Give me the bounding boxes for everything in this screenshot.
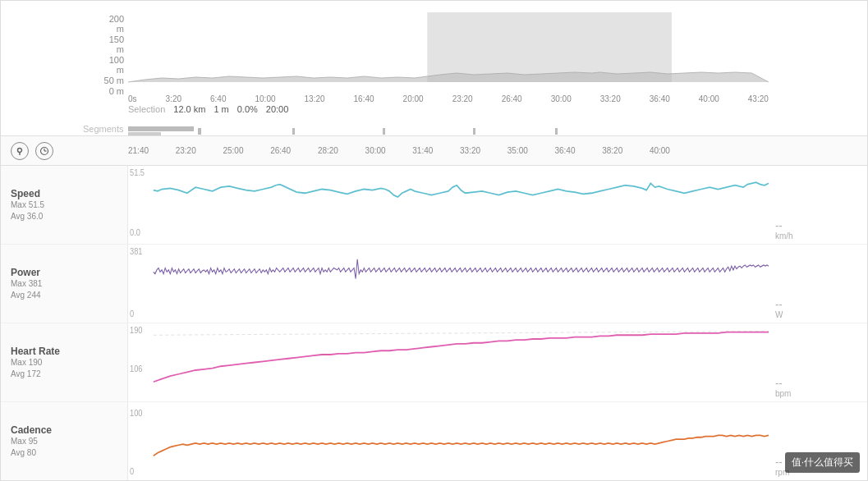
svg-text:106: 106 [130, 364, 143, 374]
speed-unit-col: -- km/h [769, 166, 867, 244]
speed-unit: km/h [775, 231, 793, 240]
cadence-label: Cadence [11, 424, 127, 436]
heart-rate-row: Heart Rate Max 190Avg 172 190 106 -- [1, 323, 867, 402]
cadence-stat-col: Cadence Max 95Avg 80 [1, 402, 128, 480]
selection-km: 12.0 km [173, 104, 205, 114]
svg-point-2 [18, 148, 22, 152]
power-stat-col: Power Max 381Avg 244 [1, 245, 128, 323]
power-row: Power Max 381Avg 244 381 0 -- W [1, 245, 867, 323]
power-chart: 381 0 [128, 245, 769, 323]
timeline-icons [1, 142, 128, 160]
power-sub: Max 381Avg 244 [11, 278, 127, 301]
svg-rect-0 [427, 12, 672, 82]
elevation-section: 200 m 150 m 100 m 50 m 0 m 0s [1, 1, 867, 136]
selection-time: 20:00 [266, 104, 289, 114]
svg-text:100: 100 [130, 408, 143, 418]
heart-rate-label: Heart Rate [11, 346, 127, 357]
chart-rows: Speed Max 51.5Avg 36.0 51.5 0.0 -- km/h [1, 166, 867, 480]
cadence-dash: -- [775, 456, 783, 468]
hr-unit: bpm [775, 389, 791, 398]
segment-bars [128, 125, 769, 133]
speed-chart: 51.5 0.0 [128, 166, 769, 244]
selection-bar: Selection 12.0 km 1 m 0.0% 20:00 [128, 104, 288, 114]
svg-text:190: 190 [130, 325, 143, 335]
svg-text:0: 0 [130, 309, 135, 318]
power-unit: W [775, 310, 783, 319]
power-label: Power [11, 267, 127, 278]
y-label-50m: 50 m [99, 76, 124, 85]
svg-text:381: 381 [130, 246, 143, 256]
segments-row: Segments [83, 121, 769, 137]
svg-text:0.0: 0.0 [130, 228, 140, 238]
y-label-100m: 100 m [99, 55, 124, 75]
elevation-time-axis: 0s 3:20 6:40 10:00 13:20 16:40 20:00 23:… [128, 94, 769, 103]
timeline-header: 21:40 23:20 25:00 26:40 28:20 30:00 31:4… [1, 136, 867, 166]
selection-m: 1 m [214, 104, 228, 114]
elevation-chart-svg [128, 12, 769, 94]
map-icon[interactable] [11, 142, 29, 160]
speed-stat-col: Speed Max 51.5Avg 36.0 [1, 166, 128, 244]
svg-text:51.5: 51.5 [130, 167, 145, 177]
cadence-chart: 100 0 [128, 402, 769, 480]
power-unit-col: -- W [769, 245, 867, 323]
y-label-200m: 200 m [99, 14, 124, 34]
timeline-times: 21:40 23:20 25:00 26:40 28:20 30:00 31:4… [128, 146, 769, 155]
segments-label: Segments [83, 124, 128, 134]
data-section: 21:40 23:20 25:00 26:40 28:20 30:00 31:4… [1, 136, 867, 480]
cadence-sub: Max 95Avg 80 [11, 436, 127, 459]
speed-sub: Max 51.5Avg 36.0 [11, 199, 127, 222]
speed-row: Speed Max 51.5Avg 36.0 51.5 0.0 -- km/h [1, 166, 867, 245]
selection-pct: 0.0% [237, 104, 258, 114]
heart-rate-stat-col: Heart Rate Max 190Avg 172 [1, 323, 128, 401]
elevation-y-labels: 200 m 150 m 100 m 50 m 0 m [99, 14, 124, 96]
watermark: 值·什么值得买 [785, 452, 860, 473]
heart-rate-chart: 190 106 [128, 323, 769, 401]
speed-label: Speed [11, 188, 127, 199]
power-dash: -- [775, 298, 783, 310]
clock-icon[interactable] [35, 142, 53, 160]
heart-rate-unit-col: -- bpm [769, 323, 867, 401]
hr-dash: -- [775, 377, 783, 389]
svg-text:0: 0 [130, 466, 135, 476]
y-label-0m: 0 m [99, 86, 124, 96]
heart-rate-sub: Max 190Avg 172 [11, 357, 127, 380]
selection-label: Selection [128, 104, 165, 114]
cadence-row: Cadence Max 95Avg 80 100 0 -- rpm [1, 402, 867, 480]
speed-dash: -- [775, 219, 783, 231]
main-container: 200 m 150 m 100 m 50 m 0 m 0s [0, 0, 868, 481]
y-label-150m: 150 m [99, 34, 124, 54]
